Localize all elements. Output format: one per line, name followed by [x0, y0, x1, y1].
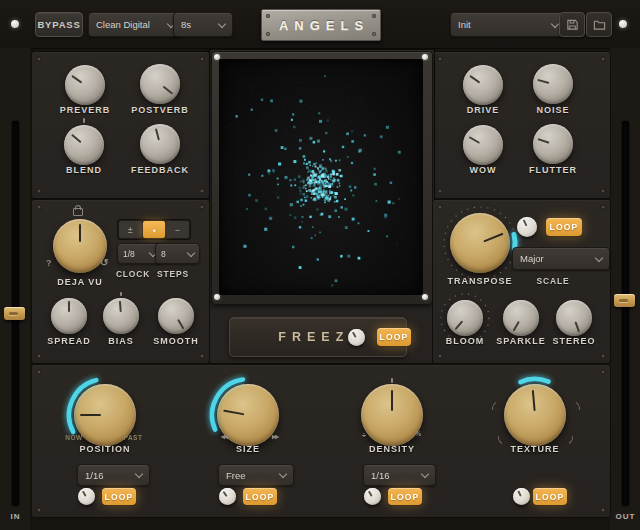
reverb-panel	[31, 51, 210, 199]
density-tick	[391, 378, 393, 383]
density-mod-knob[interactable]	[364, 488, 381, 505]
input-fader-section: IN	[0, 48, 30, 530]
tape-panel	[432, 51, 611, 199]
position-loop-button[interactable]: LOOP	[102, 488, 136, 505]
position-mod-knob[interactable]	[78, 488, 95, 505]
bypass-button[interactable]: BYPASS	[35, 12, 83, 37]
blend-knob[interactable]	[64, 125, 104, 165]
smooth-knob[interactable]	[158, 298, 194, 334]
drive-knob[interactable]	[463, 65, 503, 105]
rewind-icon: ◂◂	[212, 432, 236, 441]
position-label: POSITION	[60, 444, 150, 454]
save-icon	[566, 18, 579, 31]
segment-plusminus[interactable]: ±	[119, 221, 142, 238]
preverb-knob[interactable]	[65, 65, 105, 105]
stereo-label: STEREO	[529, 336, 619, 346]
plugin-window: BYPASS Clean Digital 8s ANGELS Init	[0, 0, 640, 530]
knob-indicator	[53, 219, 107, 273]
time-select[interactable]: 8s	[173, 12, 233, 37]
transpose-loop-button[interactable]: LOOP	[546, 218, 582, 236]
flutter-knob[interactable]	[533, 124, 573, 164]
feedback-label: FEEDBACK	[115, 165, 205, 175]
divide-icon: ÷	[352, 431, 376, 440]
chevron-down-icon	[187, 248, 195, 256]
size-mod-knob[interactable]	[219, 488, 236, 505]
texture-label: TEXTURE	[490, 444, 580, 454]
scale-select[interactable]: Major	[512, 247, 610, 270]
chevron-down-icon	[135, 470, 143, 478]
lock-icon[interactable]	[73, 208, 83, 216]
spread-knob[interactable]	[51, 298, 87, 334]
position-sync-select[interactable]: 1/16	[77, 464, 150, 486]
loop-label: LOOP	[391, 492, 420, 502]
folder-icon	[593, 19, 606, 31]
loop-label: LOOP	[246, 492, 275, 502]
display-screw	[214, 294, 220, 300]
load-preset-button[interactable]	[586, 12, 612, 37]
stereo-knob[interactable]	[556, 300, 592, 336]
wow-knob[interactable]	[463, 125, 503, 165]
dejavu-knob[interactable]	[53, 219, 107, 273]
sparkle-knob[interactable]	[503, 300, 539, 336]
texture-knob[interactable]	[504, 384, 566, 446]
chevron-down-icon	[551, 19, 559, 27]
freeze-mod-knob[interactable]	[348, 329, 365, 346]
output-fader-handle[interactable]	[614, 294, 635, 307]
feedback-knob[interactable]	[140, 124, 180, 164]
help-icon[interactable]: ?	[46, 258, 52, 268]
output-fader-track[interactable]	[621, 120, 630, 507]
display-screw	[214, 54, 220, 60]
postverb-knob[interactable]	[140, 64, 180, 104]
preset-select[interactable]: Init	[450, 12, 566, 37]
size-sync-value: Free	[226, 470, 246, 481]
texture-loop-button[interactable]: LOOP	[533, 488, 567, 505]
blend-tick	[83, 118, 85, 123]
mode-value: Clean Digital	[96, 19, 150, 30]
history-icon[interactable]: ↺	[100, 257, 108, 268]
bias-knob[interactable]	[103, 298, 139, 334]
steps-value: 8	[161, 249, 166, 259]
noise-label: NOISE	[508, 105, 598, 115]
chevron-down-icon	[421, 470, 429, 478]
power-led-left	[11, 20, 19, 28]
size-label: SIZE	[203, 444, 293, 454]
loop-label: LOOP	[105, 492, 134, 502]
density-sync-select[interactable]: 1/16	[363, 464, 436, 486]
grain-display[interactable]	[211, 51, 433, 305]
texture-mod-knob[interactable]	[513, 488, 530, 505]
loop-label: LOOP	[550, 222, 579, 232]
transpose-knob[interactable]	[450, 213, 510, 273]
noise-knob[interactable]	[533, 64, 573, 104]
segment-dot-selected[interactable]: ●	[143, 221, 166, 238]
position-sync-value: 1/16	[85, 470, 104, 481]
position-past-hint: PAST	[118, 434, 148, 441]
segment-minus[interactable]: −	[166, 221, 189, 238]
knob-indicator	[51, 298, 87, 334]
transpose-mod-knob[interactable]	[517, 217, 537, 237]
position-now-hint: NOW	[59, 434, 89, 441]
output-fader-label: OUT	[610, 512, 640, 521]
density-loop-button[interactable]: LOOP	[388, 488, 422, 505]
input-fader-track[interactable]	[11, 120, 20, 507]
flutter-label: FLUTTER	[508, 165, 598, 175]
percent-icon: %	[406, 430, 430, 437]
smooth-label: SMOOTH	[131, 336, 221, 346]
size-sync-select[interactable]: Free	[218, 464, 294, 486]
input-fader-handle[interactable]	[4, 307, 25, 320]
bias-tick	[120, 292, 122, 296]
bypass-label: BYPASS	[37, 19, 80, 30]
freeze-loop-button[interactable]: LOOP	[377, 328, 411, 346]
grain-display-screen[interactable]	[219, 59, 423, 295]
bloom-knob[interactable]	[447, 300, 483, 336]
scale-label: SCALE	[523, 276, 583, 286]
density-sync-value: 1/16	[371, 470, 390, 481]
save-preset-button[interactable]	[559, 12, 585, 37]
page-title: ANGELS	[279, 18, 369, 33]
postverb-label: POSTVERB	[115, 105, 205, 115]
title-plate: ANGELS	[261, 9, 381, 41]
header-bar: BYPASS Clean Digital 8s ANGELS Init	[0, 0, 640, 49]
steps-select[interactable]: 8	[155, 243, 200, 264]
fast-forward-icon: ▸▸	[263, 432, 287, 441]
size-loop-button[interactable]: LOOP	[243, 488, 277, 505]
mode-select[interactable]: Clean Digital	[88, 12, 182, 37]
